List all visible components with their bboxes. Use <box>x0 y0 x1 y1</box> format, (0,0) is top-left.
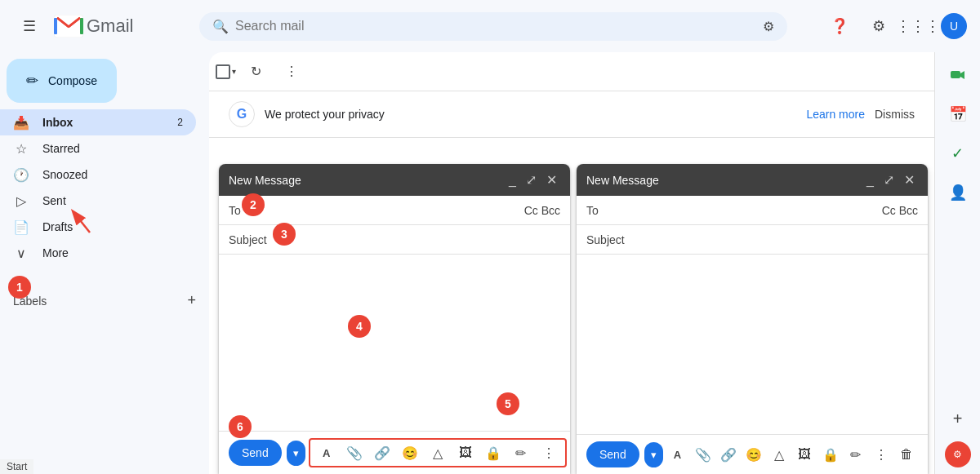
subject-label-1: Subject <box>229 233 267 246</box>
add-apps-button[interactable]: + <box>942 402 974 435</box>
compose-button[interactable]: ✏ Compose <box>7 59 117 103</box>
sidebar-item-snoozed[interactable]: 🕐 Snoozed <box>0 162 196 188</box>
compose-pencil-icon: ✏ <box>26 72 38 90</box>
to-input-2[interactable] <box>617 204 875 217</box>
avatar[interactable]: U <box>941 13 967 39</box>
send-dropdown-1[interactable]: ▾ <box>287 441 305 466</box>
sidebar-item-label: Sent <box>42 194 183 207</box>
send-button-1[interactable]: Send <box>229 440 282 466</box>
meet-icon[interactable] <box>942 59 974 91</box>
select-dropdown-chevron[interactable]: ▾ <box>232 67 236 76</box>
gmail-logo: Gmail <box>54 15 133 38</box>
sidebar-item-label: Drafts <box>42 220 183 233</box>
topbar-right: ❓ ⚙ ⋮⋮⋮ U <box>823 10 967 42</box>
compose-title-1: New Message <box>229 174 506 187</box>
privacy-banner: G We protect your privacy Learn more Dis… <box>209 91 934 138</box>
link-icon[interactable]: 🔗 <box>369 440 395 466</box>
search-input[interactable] <box>235 19 756 33</box>
drive-icon-2[interactable]: △ <box>768 441 791 467</box>
more-options-button[interactable]: ⋮ <box>275 55 308 88</box>
sidebar-item-label: Starred <box>42 142 183 155</box>
lock-icon-2[interactable]: 🔒 <box>819 441 841 467</box>
tasks-icon[interactable]: ✓ <box>942 137 974 170</box>
sidebar-item-sent[interactable]: ▷ Sent <box>0 188 196 214</box>
compose-title-2: New Message <box>586 174 863 187</box>
svg-rect-0 <box>54 18 57 34</box>
contacts-icon[interactable]: 👤 <box>942 176 974 209</box>
topbar-left: ☰ Gmail <box>13 10 193 42</box>
apps-button[interactable]: ⋮⋮⋮ <box>902 10 934 42</box>
more-options-footer-icon-2[interactable]: ⋮ <box>871 441 893 467</box>
to-input-1[interactable] <box>260 204 518 217</box>
emoji-icon[interactable]: 😊 <box>397 440 423 466</box>
refresh-button[interactable]: ↻ <box>239 55 272 88</box>
cc-bcc-label-2[interactable]: Cc Bcc <box>882 204 918 217</box>
compose-windows: 2 3 4 5 6 New Message _ ⤢ ✕ <box>212 164 934 474</box>
sidebar-item-drafts[interactable]: 📄 Drafts <box>0 214 196 240</box>
compose-header-1[interactable]: New Message _ ⤢ ✕ <box>219 164 570 196</box>
privacy-text: We protect your privacy <box>265 108 796 121</box>
right-sidebar: 📅 ✓ 👤 + ⚙ <box>934 52 980 474</box>
status-label: Start <box>7 461 27 472</box>
select-all-checkbox[interactable] <box>216 64 230 79</box>
lock-icon[interactable]: 🔒 <box>480 440 506 466</box>
notification-badge[interactable]: ⚙ <box>945 441 971 467</box>
sent-icon: ▷ <box>13 193 29 209</box>
compose-header-2[interactable]: New Message _ ⤢ ✕ <box>577 164 928 196</box>
expand-icon-2[interactable]: ⤢ <box>880 171 898 189</box>
compose-footer-1: Send ▾ A 📎 🔗 😊 △ 🖼 🔒 ✏ ⋮ <box>219 431 570 474</box>
signature-icon-2[interactable]: ✏ <box>844 441 866 467</box>
content-toolbar: ▾ ↻ ⋮ <box>209 52 934 91</box>
compose-area: 2 3 4 5 6 New Message _ ⤢ ✕ <box>209 138 934 474</box>
photo-icon-2[interactable]: 🖼 <box>794 441 816 467</box>
notification-icon: ⚙ <box>953 449 962 460</box>
sidebar-item-more[interactable]: ∨ More 1 <box>0 240 196 266</box>
format-text-icon-2[interactable]: A <box>666 441 688 467</box>
minimize-icon-2[interactable]: _ <box>863 171 877 189</box>
send-dropdown-2[interactable]: ▾ <box>644 442 663 467</box>
hamburger-menu-button[interactable]: ☰ <box>13 10 46 42</box>
minimize-icon-1[interactable]: _ <box>506 171 519 189</box>
close-icon-1[interactable]: ✕ <box>543 171 560 189</box>
attach-icon[interactable]: 📎 <box>341 440 368 466</box>
subject-label-2: Subject <box>586 233 625 246</box>
more-options-footer-icon[interactable]: ⋮ <box>536 440 562 466</box>
starred-icon: ☆ <box>13 141 29 157</box>
sidebar-item-label: Snoozed <box>42 168 183 181</box>
compose-header-icons-1: _ ⤢ ✕ <box>506 171 560 189</box>
compose-body-2[interactable] <box>577 255 928 434</box>
google-g-icon: G <box>229 101 255 127</box>
subject-input-2[interactable] <box>631 233 918 246</box>
drive-icon[interactable]: △ <box>425 440 451 466</box>
settings-button[interactable]: ⚙ <box>862 10 895 42</box>
compose-body-1[interactable] <box>219 255 570 431</box>
photo-icon[interactable]: 🖼 <box>452 440 479 466</box>
cc-bcc-label-1[interactable]: Cc Bcc <box>524 204 560 217</box>
learn-more-button[interactable]: Learn more <box>806 108 865 121</box>
status-bar: Start <box>0 459 33 474</box>
labels-section: Labels + <box>0 286 209 316</box>
link-icon-2[interactable]: 🔗 <box>717 441 739 467</box>
dismiss-button[interactable]: Dismiss <box>875 108 915 121</box>
send-button-2[interactable]: Send <box>586 441 639 467</box>
attach-icon-2[interactable]: 📎 <box>692 441 714 467</box>
sidebar-item-label: Inbox <box>42 116 164 129</box>
subject-input-1[interactable] <box>274 233 560 246</box>
close-icon-2[interactable]: ✕ <box>901 171 918 189</box>
help-button[interactable]: ❓ <box>823 10 856 42</box>
format-text-icon[interactable]: A <box>314 440 340 466</box>
compose-to-field-2: To Cc Bcc <box>577 196 928 225</box>
expand-icon-1[interactable]: ⤢ <box>523 171 540 189</box>
search-filter-icon[interactable]: ⚙ <box>763 19 774 34</box>
emoji-icon-2[interactable]: 😊 <box>742 441 764 467</box>
sidebar-item-starred[interactable]: ☆ Starred <box>0 135 196 162</box>
signature-icon[interactable]: ✏ <box>508 440 534 466</box>
calendar-icon[interactable]: 📅 <box>942 98 974 131</box>
svg-rect-1 <box>80 18 83 34</box>
compose-subject-field-1: Subject <box>219 225 570 255</box>
sidebar-item-inbox[interactable]: 📥 Inbox 2 <box>0 109 196 135</box>
main-layout: ✏ Compose 📥 Inbox 2 ☆ Starred 🕐 Snoozed … <box>0 52 980 474</box>
to-label-1: To <box>229 204 253 217</box>
labels-add-button[interactable]: + <box>187 292 196 309</box>
delete-icon-2[interactable]: 🗑 <box>896 441 918 467</box>
